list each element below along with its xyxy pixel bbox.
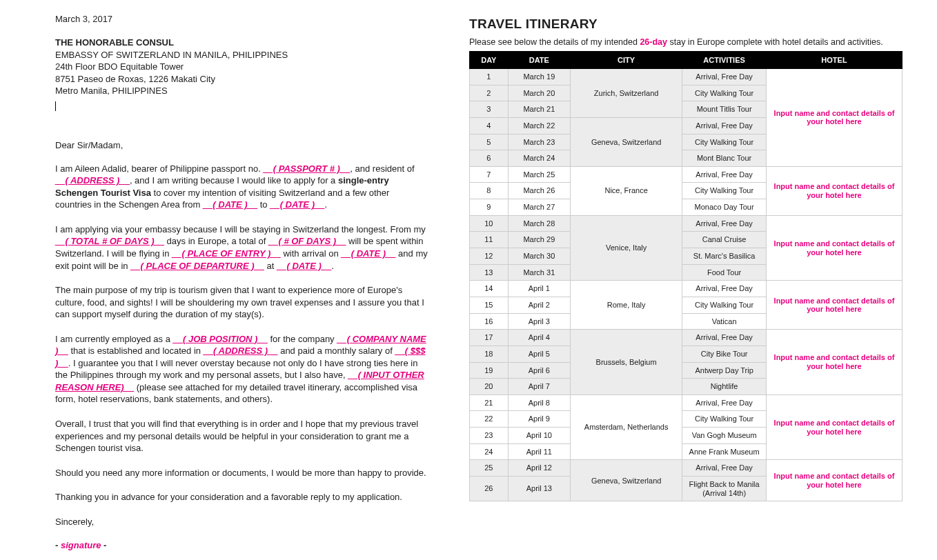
cell-activity: Flight Back to Manila (Arrival 14th): [682, 477, 767, 501]
cell-date: April 5: [508, 346, 570, 362]
cell-activity: City Walking Tour: [682, 297, 767, 313]
cell-date: March 30: [508, 248, 570, 265]
cell-activity: Arrival, Free Day: [682, 460, 767, 477]
cell-date: April 9: [508, 411, 570, 428]
salutation: Dear Sir/Madam,: [55, 140, 428, 150]
table-row: 25April 12Geneva, SwitzerlandArrival, Fr…: [470, 460, 903, 477]
cell-date: April 7: [508, 379, 570, 395]
cell-day: 21: [470, 394, 509, 411]
cell-date: April 3: [508, 313, 570, 330]
placeholder-job: __( JOB POSITION )__: [173, 334, 268, 344]
cell-activity: Arrival, Free Day: [682, 117, 767, 134]
cell-day: 20: [470, 379, 509, 395]
cell-date: March 31: [508, 264, 570, 281]
addr-line-2: 24th Floor BDO Equitable Tower: [55, 61, 428, 73]
cell-date: April 4: [508, 330, 570, 346]
cell-date: March 25: [508, 166, 570, 183]
cell-hotel-placeholder: Input name and contact details of your h…: [766, 394, 902, 460]
paragraph-5: Overall, I trust that you will find that…: [55, 418, 428, 454]
cell-day: 19: [470, 362, 509, 379]
paragraph-1: I am Aileen Adalid, bearer of Philippine…: [55, 163, 428, 211]
itinerary-table: DAY DATE CITY ACTIVITIES HOTEL 1March 19…: [469, 51, 903, 501]
cell-hotel-placeholder: Input name and contact details of your h…: [766, 460, 902, 501]
placeholder-arrival-date: __( DATE )__: [341, 248, 395, 259]
cell-day: 8: [470, 183, 509, 199]
cell-date: April 1: [508, 281, 570, 297]
placeholder-passport: __( PASSPORT # )__: [263, 163, 350, 174]
addr-line-4: Metro Manila, PHILIPPINES: [55, 85, 428, 97]
cell-day: 10: [470, 215, 509, 232]
cell-day: 26: [470, 477, 509, 501]
cell-hotel-placeholder: Input name and contact details of your h…: [766, 281, 902, 330]
cell-date: March 19: [508, 69, 570, 86]
table-row: 21April 8Amsterdam, NetherlandsArrival, …: [470, 394, 903, 411]
placeholder-date-from: __( DATE )__: [203, 199, 257, 210]
placeholder-date-to: __( DATE )__: [270, 199, 324, 210]
cell-day: 18: [470, 346, 509, 362]
paragraph-4: I am currently employed as a __( JOB POS…: [55, 333, 428, 406]
closing: Sincerely,: [55, 516, 428, 528]
cell-activity: St. Marc's Basilica: [682, 248, 767, 265]
cell-activity: City Walking Tour: [682, 183, 767, 199]
addressee-title: THE HONORABLE CONSUL: [55, 37, 428, 49]
placeholder-exit-date: __( DATE )__: [277, 261, 331, 271]
text-cursor: [55, 101, 56, 111]
cell-day: 17: [470, 330, 509, 346]
table-row: 17April 4Brussels, BelgiumArrival, Free …: [470, 330, 903, 346]
cell-day: 5: [470, 134, 509, 150]
table-row: 10March 28Venice, ItalyArrival, Free Day…: [470, 215, 903, 232]
cell-day: 7: [470, 166, 509, 183]
cell-activity: Nightlife: [682, 379, 767, 395]
itinerary-subtitle: Please see below the details of my inten…: [469, 37, 903, 47]
cell-city: Nice, France: [571, 166, 682, 215]
cell-activity: Arrival, Free Day: [682, 69, 767, 86]
cover-letter: March 3, 2017 THE HONORABLE CONSUL EMBAS…: [0, 0, 469, 560]
cell-date: April 6: [508, 362, 570, 379]
col-header-hotel: HOTEL: [766, 52, 902, 69]
cell-day: 23: [470, 428, 509, 444]
cell-date: March 23: [508, 134, 570, 150]
cell-hotel-placeholder: Input name and contact details of your h…: [766, 215, 902, 281]
paragraph-6: Should you need any more information or …: [55, 467, 428, 479]
cell-date: March 24: [508, 150, 570, 167]
col-header-date: DATE: [508, 52, 570, 69]
cell-activity: Arrival, Free Day: [682, 281, 767, 297]
cell-day: 14: [470, 281, 509, 297]
cell-date: April 12: [508, 460, 570, 477]
cell-date: April 13: [508, 477, 570, 501]
cell-hotel-placeholder: Input name and contact details of your h…: [766, 69, 902, 167]
cell-activity: City Walking Tour: [682, 85, 767, 101]
cell-activity: City Bike Tour: [682, 346, 767, 362]
cell-activity: Arrival, Free Day: [682, 330, 767, 346]
cell-activity: Arrival, Free Day: [682, 394, 767, 411]
cell-date: March 21: [508, 101, 570, 118]
cell-day: 4: [470, 117, 509, 134]
addr-line-1: EMBASSY OF SWITZERLAND IN MANILA, PHILIP…: [55, 49, 428, 61]
cell-activity: Canal Cruise: [682, 232, 767, 248]
col-header-day: DAY: [470, 52, 509, 69]
col-header-activities: ACTIVITIES: [682, 52, 767, 69]
cell-activity: Mont Blanc Tour: [682, 150, 767, 167]
paragraph-7: Thanking you in advance for your conside…: [55, 491, 428, 503]
placeholder-place-entry: __( PLACE OF ENTRY )__: [172, 248, 281, 259]
cell-activity: Monaco Day Tour: [682, 199, 767, 216]
cell-city: Rome, Italy: [571, 281, 682, 330]
cell-date: March 22: [508, 117, 570, 134]
placeholder-total-days: __( TOTAL # OF DAYS )__: [55, 236, 164, 246]
cell-hotel-placeholder: Input name and contact details of your h…: [766, 166, 902, 215]
cell-city: Geneva, Switzerland: [571, 117, 682, 166]
cell-date: April 11: [508, 443, 570, 460]
cell-day: 12: [470, 248, 509, 265]
cell-day: 3: [470, 101, 509, 118]
paragraph-3: The main purpose of my trip is tourism g…: [55, 284, 428, 321]
cell-day: 16: [470, 313, 509, 330]
cell-activity: Food Tour: [682, 264, 767, 281]
cell-date: April 8: [508, 394, 570, 411]
cell-activity: Anne Frank Museum: [682, 443, 767, 460]
table-row: 7March 25Nice, FranceArrival, Free DayIn…: [470, 166, 903, 183]
cell-day: 1: [470, 69, 509, 86]
cell-hotel-placeholder: Input name and contact details of your h…: [766, 330, 902, 395]
cell-day: 22: [470, 411, 509, 428]
cell-day: 25: [470, 460, 509, 477]
table-row: 14April 1Rome, ItalyArrival, Free DayInp…: [470, 281, 903, 297]
